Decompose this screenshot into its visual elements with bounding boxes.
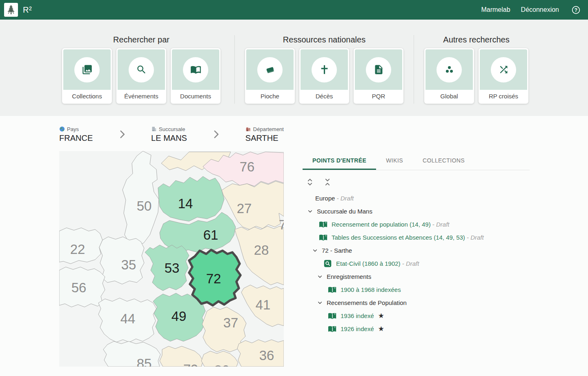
unfold-more-icon xyxy=(306,178,315,186)
nav-deconnexion[interactable]: Déconnexion xyxy=(521,6,559,13)
book-icon xyxy=(319,220,327,229)
collapse-all-button[interactable] xyxy=(323,177,333,187)
tree-doc-link[interactable]: Etat-Civil (1860 à 1902) xyxy=(336,260,401,267)
tree-group-label[interactable]: Enregistrements xyxy=(327,273,371,280)
location-breadcrumb: PaysFRANCESuccursaleLE MANSDépartementSA… xyxy=(59,125,284,144)
crumb-value: FRANCE xyxy=(59,133,93,143)
card-label: Décès xyxy=(301,90,348,102)
tree-row: Enregistrements xyxy=(303,270,530,283)
tree-row: 1900 à 1968 indexées xyxy=(303,283,530,296)
draft-badge: - Draft xyxy=(401,260,419,267)
tree-item-label: Europe xyxy=(315,195,335,202)
unfold-less-icon xyxy=(323,178,332,186)
crumb-pays[interactable]: PaysFRANCE xyxy=(59,126,93,143)
card-collections[interactable]: Collections xyxy=(62,48,112,104)
tree-doc-link[interactable]: Recensement de population (14, 49) xyxy=(332,221,431,228)
group-title: Autres recherches xyxy=(424,35,528,44)
article-icon xyxy=(373,64,384,75)
castle-icon xyxy=(245,126,251,132)
nav-marmelab[interactable]: Marmelab xyxy=(481,6,510,13)
chevron-down-icon[interactable] xyxy=(316,299,323,306)
help-circle-icon: ? xyxy=(571,5,581,15)
department-label-27: 27 xyxy=(237,201,252,216)
tree-engraving-icon xyxy=(6,4,16,15)
crumb-value: LE MANS xyxy=(151,133,187,143)
tree-row: 72 - Sarthe xyxy=(303,244,530,257)
draft-badge: - Draft xyxy=(431,221,450,228)
chevron-down-icon[interactable] xyxy=(316,273,323,280)
card-label: RP croisés xyxy=(480,90,527,102)
chevron-down-icon[interactable] xyxy=(312,247,318,254)
department-label-78: 78 xyxy=(279,217,284,232)
entry-points-tree: Europe - DraftSuccursale du MansRecensem… xyxy=(303,191,530,335)
expand-all-button[interactable] xyxy=(305,177,316,187)
chevron-down-icon[interactable] xyxy=(307,208,314,215)
card-rp-croises[interactable]: RP croisés xyxy=(479,48,528,104)
department-label-61: 61 xyxy=(203,227,218,243)
help-button[interactable]: ? xyxy=(571,5,581,15)
tree-doc-link[interactable]: Tables des Successions et Absences (14, … xyxy=(332,234,465,241)
tree-row: 1936 indexé★ xyxy=(303,309,530,322)
tree-group-label[interactable]: 72 - Sarthe xyxy=(322,247,352,254)
search-strip: Rechercher parCollectionsÉvénementsDocum… xyxy=(0,20,588,116)
star-icon: ★ xyxy=(378,311,384,320)
app-nav: Marmelab Déconnexion ? xyxy=(481,5,581,15)
card-label: Global xyxy=(425,90,473,102)
book-icon xyxy=(328,325,336,333)
department-label-50: 50 xyxy=(137,198,152,214)
department-label-44: 44 xyxy=(120,311,136,326)
card-pqr[interactable]: PQR xyxy=(354,48,403,104)
department-label-72: 72 xyxy=(206,271,221,286)
department-label-22: 22 xyxy=(70,242,85,257)
office-icon xyxy=(151,126,157,132)
card-pioche[interactable]: Pioche xyxy=(245,48,295,104)
department-label-36: 36 xyxy=(259,348,274,363)
svg-text:?: ? xyxy=(575,7,577,13)
card-label: Collections xyxy=(63,90,111,102)
globe-icon xyxy=(59,126,65,132)
panel-tabs: POINTS D'ENTRÉEWIKISCOLLECTIONS xyxy=(303,151,530,170)
tree-row: 1926 indexé★ xyxy=(303,322,530,335)
tab-points-d-entr-e[interactable]: POINTS D'ENTRÉE xyxy=(303,151,376,170)
scatter-dots-icon xyxy=(444,64,455,75)
tree-group-label[interactable]: Recensements de Population xyxy=(327,299,407,306)
card-label: Pioche xyxy=(246,90,294,102)
search-icon xyxy=(136,64,147,75)
shuffle-icon xyxy=(498,64,509,75)
tree-tools xyxy=(305,177,530,187)
chevron-right-icon xyxy=(211,129,221,140)
tree-row: Etat-Civil (1860 à 1902) - Draft xyxy=(303,257,530,270)
crumb-label: Pays xyxy=(67,126,79,132)
tab-collections[interactable]: COLLECTIONS xyxy=(413,151,474,170)
draft-badge: - Draft xyxy=(335,195,354,202)
card-deces[interactable]: Décès xyxy=(299,48,349,104)
department-label-85: 85 xyxy=(137,356,152,367)
app-logo[interactable] xyxy=(4,3,18,17)
crumb-value: SARTHE xyxy=(245,133,284,143)
department-label-76: 76 xyxy=(240,159,255,174)
crumb-label: Département xyxy=(253,126,284,132)
department-label-56: 56 xyxy=(71,280,87,295)
chevron-right-icon xyxy=(117,129,127,140)
crumb-departement[interactable]: DépartementSARTHE xyxy=(245,126,284,143)
search-box-icon xyxy=(323,259,332,268)
card-label: Documents xyxy=(172,90,219,102)
tree-group-label[interactable]: Succursale du Mans xyxy=(317,208,372,215)
card-evenements[interactable]: Événements xyxy=(116,48,166,104)
book-icon xyxy=(328,311,336,320)
tab-wikis[interactable]: WIKIS xyxy=(376,151,413,170)
tree-doc-link[interactable]: 1936 indexé xyxy=(341,312,374,319)
crumb-succursale[interactable]: SuccursaleLE MANS xyxy=(151,126,187,143)
card-documents[interactable]: Documents xyxy=(171,48,220,104)
open-book-icon xyxy=(190,64,201,75)
search-group-2: Autres recherchesGlobalRP croisés xyxy=(414,35,539,104)
card-global[interactable]: Global xyxy=(424,48,474,104)
tree-row: Succursale du Mans xyxy=(303,205,530,218)
card-label: PQR xyxy=(355,90,402,102)
departments-map[interactable]: 7650142778612822355356444941373685798672 xyxy=(59,151,284,367)
tree-doc-link[interactable]: 1900 à 1968 indexées xyxy=(341,286,401,293)
card-deck-icon xyxy=(265,64,276,75)
tree-row: Recensements de Population xyxy=(303,296,530,309)
tree-row: Recensement de population (14, 49) - Dra… xyxy=(303,218,530,231)
tree-doc-link[interactable]: 1926 indexé xyxy=(341,325,374,332)
